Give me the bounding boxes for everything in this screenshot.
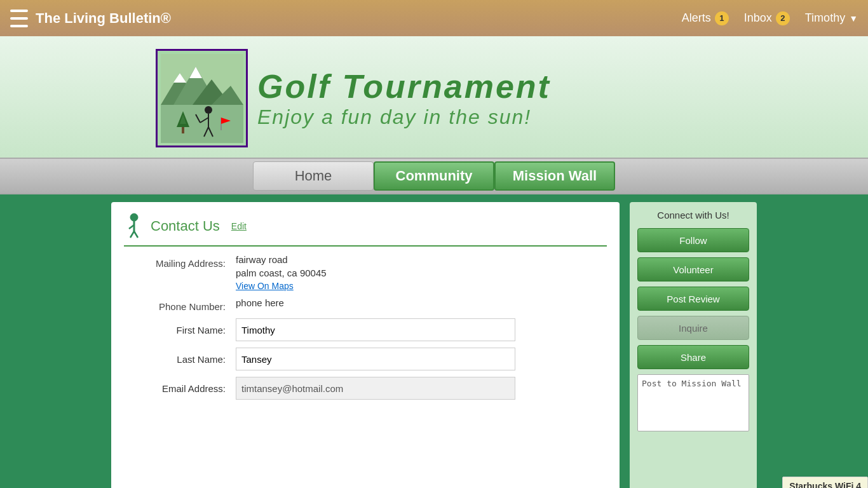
wifi-name: Starbucks WiFi 4 [789, 481, 861, 488]
last-name-row: Last Name: [124, 348, 607, 370]
hero-text: Golf Tournament Enjoy a fun day in the s… [257, 67, 551, 129]
alerts-label: Alerts [682, 11, 711, 25]
contact-panel: Contact Us Edit Mailing Address: fairway… [111, 202, 620, 488]
volunteer-button[interactable]: Volunteer [637, 257, 749, 281]
main-content: Contact Us Edit Mailing Address: fairway… [0, 194, 868, 488]
hero-subtitle: Enjoy a fun day in the sun! [257, 105, 551, 129]
share-button[interactable]: Share [637, 345, 749, 369]
inbox-label: Inbox [744, 11, 772, 25]
user-menu[interactable]: Timothy ▼ [805, 11, 858, 25]
tab-mission-wall-label: Mission Wall [513, 168, 597, 184]
tab-home-label: Home [295, 168, 332, 184]
contact-icon [124, 212, 144, 240]
phone-value: phone here [236, 297, 284, 308]
hero-section: Golf Tournament Enjoy a fun day in the s… [0, 36, 868, 158]
contact-header: Contact Us Edit [124, 212, 607, 247]
contact-title: Contact Us [151, 218, 220, 234]
address-line1: fairway road [236, 254, 327, 265]
logo-image [161, 54, 243, 143]
post-review-button[interactable]: Post Review [637, 287, 749, 311]
edit-link[interactable]: Edit [231, 221, 247, 231]
last-name-input[interactable] [236, 348, 515, 370]
address-block: fairway road palm coast, ca 90045 View O… [236, 254, 327, 291]
svg-rect-8 [161, 105, 243, 143]
connect-title: Connect with Us! [637, 210, 749, 220]
inbox-badge: 2 [776, 11, 790, 25]
svg-point-20 [130, 214, 138, 221]
first-name-row: First Name: [124, 318, 607, 341]
alerts-badge: 1 [715, 11, 729, 25]
user-dropdown-arrow: ▼ [849, 13, 858, 24]
top-bar: The Living Bulletin® Alerts 1 Inbox 2 Ti… [0, 0, 868, 36]
svg-point-9 [205, 106, 212, 114]
alerts-nav[interactable]: Alerts 1 [682, 11, 729, 25]
view-maps-link[interactable]: View On Maps [236, 281, 327, 291]
first-name-label: First Name: [124, 325, 226, 336]
phone-label: Phone Number: [124, 297, 226, 312]
hero-title: Golf Tournament [257, 67, 551, 105]
site-title: The Living Bulletin® [36, 10, 682, 27]
first-name-input[interactable] [236, 318, 515, 341]
inquire-button[interactable]: Inquire [637, 316, 749, 340]
menu-icon[interactable] [10, 10, 28, 27]
follow-button[interactable]: Follow [637, 228, 749, 252]
svg-rect-17 [182, 127, 184, 133]
user-name: Timothy [805, 11, 845, 25]
email-label: Email Address: [124, 383, 226, 394]
address-line2: palm coast, ca 90045 [236, 268, 327, 278]
tab-community[interactable]: Community [374, 161, 494, 191]
top-right-nav: Alerts 1 Inbox 2 Timothy ▼ [682, 11, 858, 25]
tab-mission-wall[interactable]: Mission Wall [494, 161, 615, 191]
tab-home[interactable]: Home [253, 161, 374, 191]
email-row: Email Address: [124, 377, 607, 400]
address-row: Mailing Address: fairway road palm coast… [124, 254, 607, 291]
post-mission-wall-textarea[interactable]: Post to Mission Wall [637, 374, 749, 431]
nav-tabs: Home Community Mission Wall [0, 158, 868, 194]
email-input[interactable] [236, 377, 515, 400]
last-name-label: Last Name: [124, 354, 226, 365]
wifi-tooltip: Starbucks WiFi 4 Internet access [782, 477, 868, 488]
phone-row: Phone Number: phone here [124, 297, 607, 312]
right-panel: Connect with Us! Follow Volunteer Post R… [630, 202, 757, 488]
logo-box [156, 49, 248, 147]
svg-line-23 [130, 231, 134, 238]
svg-line-24 [134, 231, 138, 238]
inbox-nav[interactable]: Inbox 2 [744, 11, 790, 25]
address-label: Mailing Address: [124, 254, 226, 269]
tab-community-label: Community [396, 168, 473, 184]
